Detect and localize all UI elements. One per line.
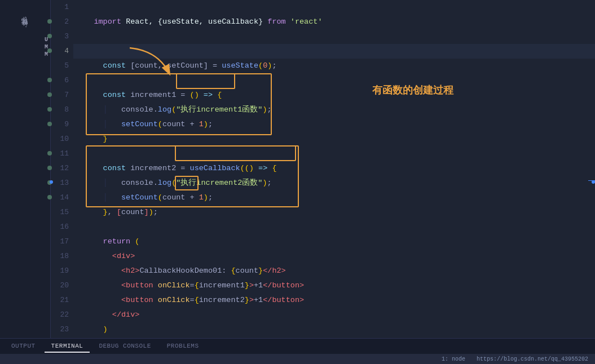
line-21: 21 <box>60 293 69 308</box>
arrow-annotation <box>113 45 180 82</box>
line-6: 6 <box>64 73 69 88</box>
line-gutter: 1 2 3 4 5 6 7 8 9 10 11 12 13 14 15 16 1… <box>51 0 73 338</box>
line-15: 15 <box>60 205 69 220</box>
line-7: 7 <box>64 88 69 103</box>
line-1: 1 <box>64 0 69 15</box>
tab-debug-console[interactable]: DEBUG CONSOLE <box>92 340 157 353</box>
sidebar-badges: U M M <box>0 37 50 57</box>
tab-output[interactable]: OUTPUT <box>5 340 42 353</box>
code-line-22: ) <box>73 308 595 322</box>
code-line-3: export default function CallbackHookDemo… <box>73 29 595 44</box>
dot-line2 <box>47 19 52 24</box>
code-line-9: } <box>73 117 595 132</box>
line-8: 8 <box>64 103 69 117</box>
code-line-17: <div> <box>73 234 595 249</box>
code-line-14: }, [count]); <box>73 190 595 205</box>
dot-gutter <box>47 0 54 338</box>
dot-line9 <box>47 122 52 126</box>
dot-line8 <box>47 107 52 112</box>
dot-line14 <box>47 195 52 199</box>
code-line-15 <box>73 205 595 220</box>
line-14: 14 <box>60 190 69 205</box>
line-4: 4 <box>64 44 69 59</box>
annotation-text: 有函数的创建过程 <box>372 83 453 97</box>
line-13: 13 <box>60 176 69 190</box>
line-18: 18 <box>60 249 69 264</box>
code-line-10 <box>73 132 595 147</box>
line-22: 22 <box>60 308 69 322</box>
code-line-20: <button onClick={increment2}>+1</button> <box>73 278 595 293</box>
line-5: 5 <box>64 59 69 73</box>
line-11: 11 <box>60 147 69 161</box>
code-line-21: </div> <box>73 293 595 308</box>
tab-problems[interactable]: PROBLEMS <box>160 340 206 353</box>
code-line-2 <box>73 15 595 29</box>
dot-line12 <box>47 166 52 170</box>
line-10: 10 <box>60 132 69 147</box>
code-line-23: } <box>73 322 595 337</box>
line-20: 20 <box>60 278 69 293</box>
code-line-13: │ setCount(count + 1); <box>73 176 595 190</box>
line-19: 19 <box>60 264 69 278</box>
line-9: 9 <box>64 117 69 132</box>
dot-line3 <box>47 34 52 38</box>
line-23: 23 <box>60 322 69 337</box>
line-2: 2 <box>64 15 69 29</box>
code-line-19: <button onClick={increment1}>+1</button> <box>73 264 595 278</box>
code-line-11: const increment2 = useCallback(() => { <box>73 147 595 161</box>
line-16: 16 <box>60 220 69 234</box>
code-line-1: import React, {useState, useCallback} fr… <box>73 0 595 15</box>
dot-line7 <box>47 92 52 97</box>
dot-line6 <box>47 78 52 82</box>
line-12: 12 <box>60 161 69 176</box>
dot-line4 <box>47 48 52 53</box>
code-line-16: return ( <box>73 220 595 234</box>
left-indicator <box>50 180 53 184</box>
status-url: https://blog.csdn.net/qq_43955202 <box>477 356 588 362</box>
sidebar: 性能优化.js U M M <box>0 0 51 338</box>
line-3: 3 <box>64 29 69 44</box>
code-line-12: │ console.log("执行increment2函数"); <box>73 161 595 176</box>
tabs-row: OUTPUT TERMINAL DEBUG CONSOLE PROBLEMS <box>0 339 595 354</box>
code-line-8: │ setCount(count + 1); <box>73 103 595 117</box>
status-node: 1: node <box>442 356 465 362</box>
tab-terminal[interactable]: TERMINAL <box>45 340 90 353</box>
status-bar: 1: node https://blog.csdn.net/qq_4395520… <box>0 354 595 364</box>
bottom-panel: OUTPUT TERMINAL DEBUG CONSOLE PROBLEMS 1… <box>0 338 595 364</box>
sidebar-filename: 性能优化.js <box>21 16 29 31</box>
dot-line11 <box>47 151 52 156</box>
code-line-7: │ console.log("执行increment1函数"); <box>73 88 595 103</box>
line-17: 17 <box>60 234 69 249</box>
code-line-18: <h2>CallbackHookDemo01: {count}</h2> <box>73 249 595 264</box>
cursor-indicator <box>588 180 595 181</box>
